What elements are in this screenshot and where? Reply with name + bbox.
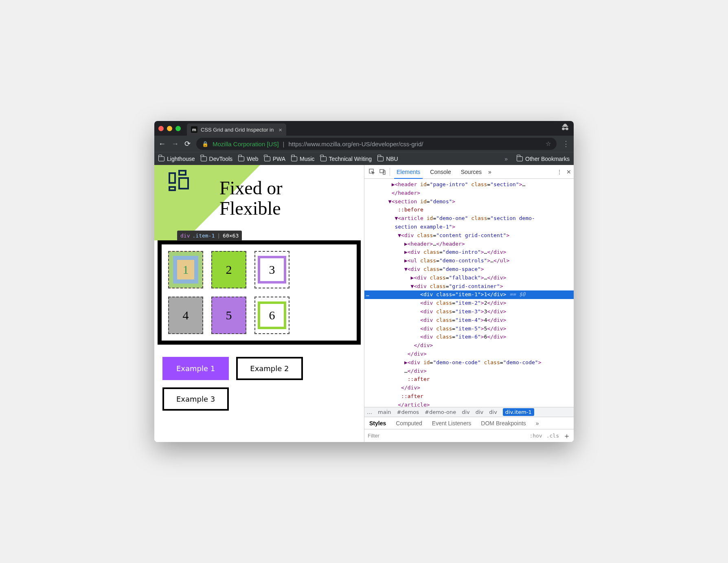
dom-tree[interactable]: ▶<header id="page-intro" class="section"… bbox=[364, 179, 574, 407]
styles-tabs-overflow-icon[interactable]: » bbox=[531, 417, 544, 429]
grid-item-2[interactable]: 2 bbox=[211, 251, 246, 288]
content-split: Fixed or Flexible div.item-1 | 60×63 1 2… bbox=[154, 165, 574, 442]
device-toolbar-icon[interactable] bbox=[377, 169, 388, 175]
grid-item-6[interactable]: 6 bbox=[254, 297, 289, 334]
bookmarks-bar: Lighthouse DevTools Web PWA Music Techni… bbox=[154, 152, 574, 165]
crumb[interactable]: div bbox=[476, 409, 484, 415]
reload-button[interactable]: ⟳ bbox=[184, 139, 191, 148]
devtools-tabbar: Elements Console Sources » ⋮ ✕ bbox=[364, 165, 574, 179]
page-viewport: Fixed or Flexible div.item-1 | 60×63 1 2… bbox=[154, 165, 364, 442]
bookmark-item[interactable]: DevTools bbox=[201, 156, 233, 162]
lock-icon: 🔒 bbox=[202, 141, 208, 147]
tab-title: CSS Grid and Grid Inspector in bbox=[201, 127, 274, 133]
devtools-tab-sources[interactable]: Sources bbox=[456, 165, 487, 178]
devtools-tab-console[interactable]: Console bbox=[425, 165, 456, 178]
bookmark-item[interactable]: PWA bbox=[264, 156, 285, 162]
example-button-1[interactable]: Example 1 bbox=[162, 357, 229, 380]
close-window-button[interactable] bbox=[158, 126, 164, 131]
crumb[interactable]: #demo-one bbox=[425, 409, 456, 415]
titlebar: m CSS Grid and Grid Inspector in × bbox=[154, 121, 574, 136]
tooltip-tag: div bbox=[180, 233, 190, 238]
styles-tab-styles[interactable]: Styles bbox=[364, 417, 391, 429]
folder-icon bbox=[238, 156, 244, 161]
page-hero: Fixed or Flexible bbox=[154, 165, 364, 240]
tooltip-dimensions: 60×63 bbox=[223, 233, 239, 238]
bookmark-item[interactable]: Lighthouse bbox=[158, 156, 195, 162]
bookmark-star-icon[interactable]: ☆ bbox=[546, 140, 551, 147]
browser-menu-button[interactable]: ⋮ bbox=[562, 139, 570, 148]
example-button-2[interactable]: Example 2 bbox=[236, 357, 303, 380]
browser-window: m CSS Grid and Grid Inspector in × ← → ⟳… bbox=[154, 121, 574, 442]
crumb[interactable]: main bbox=[378, 409, 391, 415]
url-separator: | bbox=[283, 141, 285, 147]
browser-tab[interactable]: m CSS Grid and Grid Inspector in × bbox=[187, 123, 286, 136]
folder-icon bbox=[320, 156, 327, 161]
page-heading: Fixed or Flexible bbox=[219, 178, 283, 218]
bookmark-item[interactable]: Music bbox=[291, 156, 315, 162]
close-tab-icon[interactable]: × bbox=[278, 126, 282, 133]
back-button[interactable]: ← bbox=[158, 140, 166, 148]
grid-logo-icon bbox=[169, 170, 191, 192]
crumb[interactable]: div bbox=[462, 409, 470, 415]
grid-item-inner: 3 bbox=[258, 256, 286, 284]
breadcrumb: … main #demos #demo-one div div div div.… bbox=[364, 407, 574, 417]
element-tooltip: div.item-1 | 60×63 bbox=[177, 231, 242, 241]
bookmark-label: PWA bbox=[273, 156, 285, 162]
crumb[interactable]: div bbox=[489, 409, 497, 415]
crumb-active[interactable]: div.item-1 bbox=[503, 408, 534, 416]
grid-item-1[interactable]: 1 bbox=[168, 251, 203, 288]
folder-icon bbox=[158, 156, 164, 161]
folder-icon bbox=[291, 156, 297, 161]
styles-tab-listeners[interactable]: Event Listeners bbox=[427, 417, 476, 429]
maximize-window-button[interactable] bbox=[175, 126, 181, 131]
cls-toggle[interactable]: .cls bbox=[546, 433, 559, 439]
bookmark-label: Lighthouse bbox=[167, 156, 195, 162]
devtools-tabs-overflow-icon[interactable]: » bbox=[488, 169, 491, 175]
folder-icon bbox=[517, 156, 523, 161]
traffic-lights bbox=[158, 126, 181, 131]
devtools-close-icon[interactable]: ✕ bbox=[566, 169, 571, 175]
folder-icon bbox=[201, 156, 207, 161]
favicon: m bbox=[191, 126, 197, 133]
styles-tab-breakpoints[interactable]: DOM Breakpoints bbox=[476, 417, 531, 429]
bookmark-label: DevTools bbox=[209, 156, 233, 162]
bookmark-label: NBU bbox=[386, 156, 398, 162]
styles-tabbar: Styles Computed Event Listeners DOM Brea… bbox=[364, 417, 574, 429]
url-org: Mozilla Corporation [US] bbox=[213, 141, 279, 147]
folder-icon bbox=[264, 156, 270, 161]
grid-item-5[interactable]: 5 bbox=[211, 297, 246, 334]
nav-toolbar: ← → ⟳ 🔒 Mozilla Corporation [US] | https… bbox=[154, 136, 574, 152]
inspect-element-icon[interactable] bbox=[367, 169, 377, 175]
grid-demo: div.item-1 | 60×63 1 2 3 4 5 6 bbox=[158, 240, 361, 345]
bookmark-label: Other Bookmarks bbox=[525, 156, 570, 162]
styles-tab-computed[interactable]: Computed bbox=[391, 417, 427, 429]
hov-toggle[interactable]: :hov bbox=[529, 433, 542, 439]
devtools-settings-icon[interactable]: ⋮ bbox=[557, 169, 562, 175]
crumb[interactable]: #demos bbox=[397, 409, 419, 415]
styles-filter-input[interactable]: Filter bbox=[368, 433, 379, 439]
demo-area: div.item-1 | 60×63 1 2 3 4 5 6 bbox=[154, 240, 364, 345]
incognito-icon bbox=[561, 123, 570, 134]
address-bar[interactable]: 🔒 Mozilla Corporation [US] | https://www… bbox=[196, 138, 557, 150]
other-bookmarks[interactable]: Other Bookmarks bbox=[517, 156, 570, 162]
example-button-3[interactable]: Example 3 bbox=[162, 387, 229, 411]
grid-item-4[interactable]: 4 bbox=[168, 297, 203, 334]
bookmarks-overflow-icon[interactable]: » bbox=[504, 156, 508, 162]
grid-item-3[interactable]: 3 bbox=[254, 251, 289, 288]
folder-icon bbox=[377, 156, 384, 161]
new-style-rule-icon[interactable]: ＋ bbox=[563, 431, 570, 441]
bookmark-item[interactable]: Web bbox=[238, 156, 259, 162]
dom-selected-node[interactable]: … <div class="item-1">1</div> == $0 bbox=[364, 290, 574, 299]
tooltip-class: .item-1 bbox=[192, 233, 215, 238]
styles-filter-bar: Filter :hov .cls ＋ bbox=[364, 429, 574, 442]
forward-button[interactable]: → bbox=[171, 140, 179, 148]
bookmark-label: Web bbox=[247, 156, 259, 162]
devtools-tab-elements[interactable]: Elements bbox=[392, 165, 425, 178]
crumb[interactable]: … bbox=[367, 409, 372, 415]
bookmark-item[interactable]: NBU bbox=[377, 156, 398, 162]
bookmark-item[interactable]: Technical Writing bbox=[320, 156, 372, 162]
url-path: https://www.mozilla.org/en-US/developer/… bbox=[288, 141, 423, 147]
devtools-panel: Elements Console Sources » ⋮ ✕ ▶<header … bbox=[364, 165, 574, 442]
example-buttons: Example 1 Example 2 Example 3 bbox=[154, 345, 364, 423]
minimize-window-button[interactable] bbox=[167, 126, 172, 131]
